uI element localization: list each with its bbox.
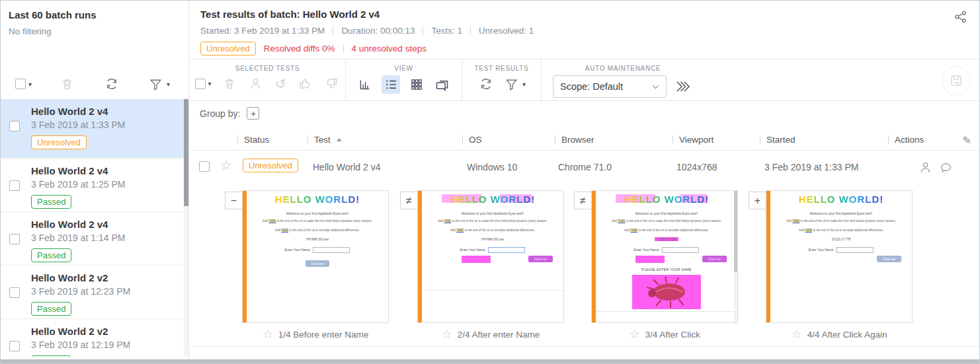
divider	[470, 26, 471, 35]
batch-list-item[interactable]: Hello World 2 v2 3 Feb 2019 at 12:23 PM …	[1, 266, 184, 319]
select-all-tests-checkbox[interactable]	[195, 79, 206, 89]
list-view-button[interactable]	[382, 75, 400, 94]
approve-test-button[interactable]	[297, 75, 313, 92]
grid-view-button[interactable]	[408, 76, 425, 93]
step-diff-button[interactable]: ≠	[574, 192, 592, 209]
share-icon	[954, 10, 967, 24]
refresh-batches-button[interactable]	[103, 75, 120, 92]
divider	[423, 26, 423, 35]
apply-maintenance-button[interactable]	[673, 77, 693, 96]
mini-validation-message: PLEASE ENTER YOUR NAME	[596, 268, 737, 272]
delete-batch-button[interactable]	[59, 75, 75, 92]
refresh-results-button[interactable]	[477, 75, 495, 92]
filter-results-dropdown[interactable]: ▾	[503, 76, 526, 92]
share-button[interactable]	[954, 10, 967, 24]
batch-checkbox[interactable]	[9, 287, 20, 298]
mini-welcome-text: Welcome to your first Applitools Eyes te…	[596, 211, 737, 215]
chart-view-button[interactable]	[356, 76, 374, 93]
divider	[462, 135, 463, 144]
hello-world-title: HELLO WORLD!	[247, 194, 388, 205]
batch-title: Test results of batch: Hello World 2 v4	[200, 9, 969, 20]
batch-duration: Duration: 00:00:13	[341, 26, 415, 36]
step-star-icon[interactable]: ☆	[629, 327, 639, 342]
mini-click-button: Click me!	[306, 260, 330, 267]
batch-meta: Started: 3 Feb 2019 at 1:33 PM Duration:…	[200, 26, 969, 36]
section-label: SELECTED TESTS	[190, 65, 345, 72]
mini-page-divider	[596, 311, 737, 312]
triple-chevron-icon	[674, 79, 692, 94]
step-star-icon[interactable]: ☆	[263, 327, 273, 342]
scope-select[interactable]: Scope: Default	[553, 75, 667, 98]
batch-checkbox[interactable]	[9, 234, 20, 244]
column-header-browser[interactable]: Browser	[555, 135, 594, 145]
divider	[673, 135, 673, 144]
diff1-link: ?diff1	[792, 219, 799, 223]
mini-welcome-text: Welcome to your first Applitools Eyes te…	[422, 211, 563, 215]
user-icon	[919, 161, 932, 174]
batch-checkbox[interactable]	[9, 341, 20, 351]
step-thumbnail-1[interactable]: HELLO WORLD! Welcome to your first Appli…	[242, 190, 389, 323]
batch-list-item[interactable]: Hello World 2 v4 3 Feb 2019 at 1:14 PM P…	[1, 212, 184, 266]
filter-batches-dropdown[interactable]: ▾	[147, 76, 170, 92]
auto-maintenance-section: AUTO MAINTENANCE Scope: Default	[542, 60, 704, 100]
step-diff-button[interactable]: ≠	[400, 192, 418, 209]
sidebar-scrollbar[interactable]	[184, 99, 188, 357]
favorite-star-icon[interactable]: ☆	[220, 157, 232, 173]
column-header-status[interactable]: Status	[237, 135, 269, 145]
mini-time-field: 13:33:17.778	[770, 237, 912, 241]
reject-test-button[interactable]	[323, 75, 340, 92]
undo-button[interactable]: ↺	[274, 76, 288, 92]
step-expand-button[interactable]: +	[749, 192, 766, 209]
select-all-batches-dropdown[interactable]: ▾	[15, 79, 32, 89]
save-button[interactable]	[942, 66, 971, 95]
mini-instruction-2: Add ?diff2 to the end of the url to simu…	[770, 229, 912, 232]
step-collapse-button[interactable]: −	[225, 192, 243, 209]
column-header-actions[interactable]: Actions	[888, 135, 924, 145]
thumbnail-scrollbar[interactable]	[734, 191, 737, 322]
test-result-row[interactable]: ☆ Unresolved Hello World 2 v4 Windows 10…	[190, 151, 979, 182]
row-comment-button[interactable]	[938, 159, 954, 176]
column-header-started[interactable]: Started	[760, 135, 796, 145]
step-thumbnail-4[interactable]: HELLO WORLD! Welcome to your first Appli…	[766, 190, 913, 323]
batch-list-item[interactable]: Hello World 2 v2 3 Feb 2019 at 12:19 PM …	[1, 319, 184, 357]
batch-checkbox[interactable]	[9, 121, 20, 131]
assign-row-user-button[interactable]	[917, 159, 934, 176]
diff-highlight	[635, 256, 665, 263]
status-badge: Passed	[31, 302, 71, 316]
assign-user-button[interactable]	[247, 75, 264, 92]
step-thumbnail-3[interactable]: HELLO WORLD! Welcome to your first Appli…	[591, 190, 738, 323]
group-by-row: Group by: +	[200, 107, 259, 120]
step-star-icon[interactable]: ☆	[442, 327, 452, 342]
batch-status-line: Unresolved Resolved diffs 0% 4 unresolve…	[200, 42, 969, 55]
diff-highlight	[462, 256, 491, 263]
divider	[888, 135, 889, 144]
select-all-batches-checkbox[interactable]	[15, 79, 26, 89]
step-thumbnail-2[interactable]: HELLO WORLD! Welcome to your first Appli…	[417, 190, 564, 323]
row-checkbox[interactable]	[199, 161, 210, 172]
scrollbar-thumb[interactable]	[184, 99, 188, 206]
add-group-button[interactable]: +	[247, 107, 259, 120]
divider	[237, 135, 238, 144]
mini-name-row: Enter Your Name :	[247, 247, 388, 253]
batch-checkbox[interactable]	[9, 180, 20, 191]
batch-list-item[interactable]: Hello World 2 v4 3 Feb 2019 at 1:25 PM P…	[1, 159, 184, 212]
batch-run-list: Hello World 2 v4 3 Feb 2019 at 1:33 PM U…	[1, 99, 184, 357]
gallery-view-button[interactable]	[433, 76, 451, 94]
section-label: AUTO MAINTENANCE	[542, 65, 704, 72]
horizontal-scrollbar[interactable]	[1, 359, 979, 363]
column-header-viewport[interactable]: Viewport	[673, 135, 714, 145]
status-badge: Unresolved	[31, 135, 87, 149]
grid-icon	[409, 77, 424, 92]
column-header-test[interactable]: Test	[307, 135, 342, 145]
pencil-icon: ✎	[963, 135, 971, 146]
mini-page: HELLO WORLD! Welcome to your first Appli…	[247, 191, 388, 322]
edit-columns-button[interactable]: ✎	[963, 134, 971, 147]
step-star-icon[interactable]: ☆	[792, 327, 802, 342]
mini-welcome-text: Welcome to your first Applitools Eyes te…	[247, 211, 388, 215]
batch-date: 3 Feb 2019 at 1:33 PM	[31, 120, 184, 130]
batch-list-item[interactable]: Hello World 2 v4 3 Feb 2019 at 1:33 PM U…	[1, 99, 184, 159]
mini-instruction-1: Add ?diff1 to the end of the url to make…	[422, 219, 563, 223]
delete-test-button[interactable]	[222, 75, 237, 92]
select-all-tests-dropdown[interactable]: ▾	[195, 79, 212, 89]
column-header-os[interactable]: OS	[462, 135, 482, 145]
